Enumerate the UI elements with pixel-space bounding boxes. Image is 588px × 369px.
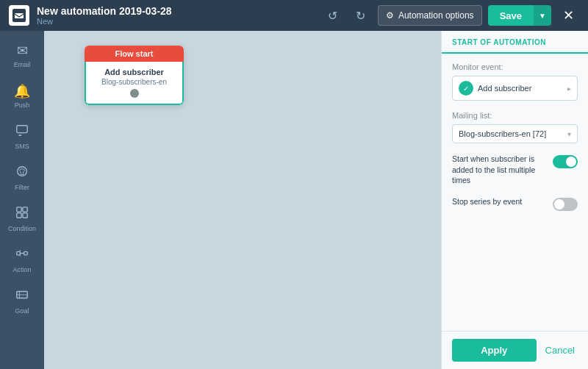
svg-rect-1 [17,126,27,133]
panel-header: START OF AUTOMATION [442,31,588,54]
panel-footer: Apply Cancel [442,331,588,369]
email-icon: ✉ [17,43,28,59]
sidebar-item-label-condition: Condition [8,225,36,232]
page-subtitle: New [37,17,315,26]
toggle-multiple-times[interactable] [553,155,578,168]
automation-options-label: Automation options [398,10,474,21]
toggle-row-1: Start when subscriber is added to the li… [452,154,578,186]
main-layout: ✉ Email 🔔 Push SMS Filter [0,31,588,369]
save-dropdown-button[interactable]: ▼ [534,5,551,26]
gear-icon: ⚙ [386,10,394,21]
svg-rect-4 [17,207,21,212]
undo-button[interactable]: ↺ [322,4,344,26]
monitor-event-select[interactable]: ✓ Add subscriber ▸ [452,76,578,101]
header: New automation 2019-03-28 New ↺ ↻ ⚙ Auto… [0,0,588,31]
sidebar-item-label-filter: Filter [15,184,29,191]
mailing-list-select[interactable]: Blog-subscribers-en [72] ▾ [452,124,578,143]
header-title-group: New automation 2019-03-28 New [37,5,315,26]
close-button[interactable]: ✕ [557,4,579,26]
sms-icon [15,123,29,140]
logo-inner [12,9,26,22]
mailing-list-value: Blog-subscribers-en [72] [459,129,546,138]
sidebar-item-sms[interactable]: SMS [3,118,41,156]
condition-icon [15,206,29,223]
sidebar-item-email[interactable]: ✉ Email [3,37,41,74]
action-icon [15,247,29,264]
canvas-area[interactable]: Flow start Add subscriber Blog-subscribe… [44,31,441,369]
sidebar-item-label-push: Push [15,101,30,109]
svg-rect-2 [19,135,22,136]
toggle-row-2: Stop series by event [452,196,578,211]
toggle1-label: Start when subscriber is added to the li… [452,154,547,186]
save-button[interactable]: Save [488,5,534,26]
panel-section-title: START OF AUTOMATION [452,38,578,46]
flow-card-sub: Blog-subscribers-en [92,78,176,86]
svg-rect-9 [24,251,28,255]
sidebar-item-label-action: Action [12,266,31,273]
sidebar-item-filter[interactable]: Filter [3,159,41,197]
toggle-knob-2 [554,199,564,209]
flow-card-header: Flow start [85,46,184,62]
flow-card-body: Add subscriber Blog-subscribers-en [85,62,184,105]
toggle-knob-1 [566,157,576,167]
app-logo [9,5,29,26]
sidebar-item-goal[interactable]: Goal [3,282,41,320]
svg-rect-8 [17,251,21,255]
sidebar-item-condition[interactable]: Condition [3,200,41,238]
monitor-event-label: Monitor event: [452,62,578,71]
svg-rect-6 [17,213,21,218]
page-title: New automation 2019-03-28 [37,5,315,17]
svg-rect-5 [23,207,27,212]
event-icon: ✓ [459,81,473,96]
sidebar-item-label-sms: SMS [15,143,29,150]
sidebar: ✉ Email 🔔 Push SMS Filter [0,31,44,369]
mailing-list-label: Mailing list: [452,111,578,120]
flow-card-event: Add subscriber [92,68,176,76]
push-icon: 🔔 [14,83,30,99]
header-actions: ↺ ↻ ⚙ Automation options Save ▼ ✕ [322,4,579,26]
flow-card-connector [130,89,139,98]
chevron-down-icon: ▾ [567,130,571,138]
cancel-button[interactable]: Cancel [542,339,578,362]
panel-content: Monitor event: ✓ Add subscriber ▸ Mailin… [442,54,588,331]
sidebar-item-label-email: Email [14,61,31,68]
sidebar-item-action[interactable]: Action [3,241,41,279]
sidebar-item-push[interactable]: 🔔 Push [3,77,41,115]
monitor-event-value: Add subscriber [478,84,563,93]
sidebar-item-label-goal: Goal [15,307,29,315]
filter-icon [15,165,29,182]
redo-button[interactable]: ↻ [350,4,372,26]
flow-card[interactable]: Flow start Add subscriber Blog-subscribe… [85,46,184,105]
svg-rect-0 [15,13,24,18]
toggle2-label: Stop series by event [452,196,547,207]
svg-rect-7 [23,213,27,218]
right-panel: START OF AUTOMATION Monitor event: ✓ Add… [441,31,588,369]
apply-button[interactable]: Apply [452,339,537,362]
save-button-group: Save ▼ [488,5,551,26]
toggle-stop-series[interactable] [553,198,578,211]
automation-options-button[interactable]: ⚙ Automation options [378,5,482,26]
chevron-right-icon: ▸ [567,85,571,93]
add-subscriber-icon: ✓ [463,85,469,93]
goal-icon [15,288,29,305]
